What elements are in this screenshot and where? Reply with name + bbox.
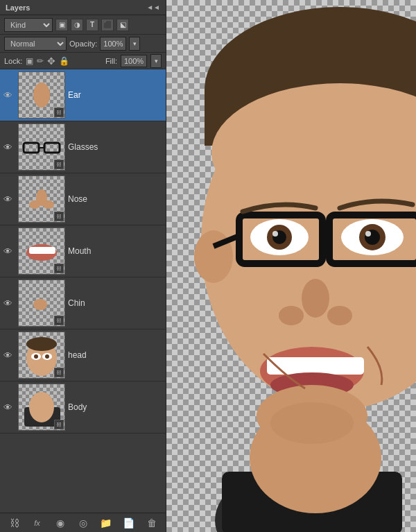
layer-link-icon-body: ⛓	[54, 420, 64, 429]
add-mask-button[interactable]: ◉	[52, 515, 69, 531]
svg-point-21	[45, 354, 49, 359]
lock-label: Lock:	[4, 57, 22, 65]
blend-mode-bar: Normal Opacity: ▾	[0, 35, 166, 53]
layer-name-ear: Ear	[68, 90, 166, 100]
layer-visibility-glasses[interactable]: 👁	[0, 121, 15, 173]
face-image	[166, 0, 416, 532]
lock-position-icon[interactable]: ✏	[37, 56, 44, 66]
fill-input[interactable]	[121, 55, 147, 67]
opacity-label: Opacity:	[69, 40, 97, 48]
svg-point-54	[272, 231, 278, 237]
layer-name-glasses: Glasses	[68, 142, 166, 152]
opacity-dropdown-arrow[interactable]: ▾	[129, 37, 140, 51]
layer-link-icon-mouth: ⛓	[54, 264, 64, 273]
shape-filter-icon[interactable]: ⬛	[101, 19, 114, 31]
layer-name-nose: Nose	[68, 194, 166, 204]
pixel-filter-icon[interactable]: ▣	[55, 19, 68, 31]
layer-item-head[interactable]: 👁 ⛓ head	[0, 329, 166, 381]
fill-label: Fill:	[105, 57, 117, 65]
layer-link-icon-nose: ⛓	[54, 212, 64, 221]
svg-rect-12	[29, 247, 55, 254]
canvas-area	[166, 0, 416, 532]
layer-name-mouth: Mouth	[68, 246, 166, 256]
panel-title: Layers	[6, 3, 30, 12]
lock-all-icon[interactable]: 🔒	[59, 56, 69, 66]
delete-layer-button[interactable]: 🗑	[144, 515, 160, 531]
svg-point-17	[26, 337, 57, 351]
type-filter-icon[interactable]: T	[86, 19, 98, 31]
layer-link-icon-glasses: ⛓	[54, 160, 64, 169]
layer-item-body[interactable]: 👁 ⛓ Body	[0, 381, 166, 434]
layer-name-head: head	[68, 350, 166, 360]
lock-pixels-icon[interactable]: ▣	[26, 56, 33, 66]
layer-thumbnail-chin: ⛓	[18, 280, 65, 327]
panel-collapse-arrows[interactable]: ◄◄	[146, 3, 160, 11]
opacity-input[interactable]	[100, 37, 126, 51]
svg-point-40	[302, 279, 329, 318]
layer-link-icon-ear: ⛓	[54, 108, 64, 117]
svg-point-14	[33, 299, 47, 310]
layer-thumbnail-body: ⛓	[18, 384, 65, 431]
layer-visibility-chin[interactable]: 👁	[0, 277, 15, 329]
svg-point-9	[43, 200, 54, 209]
new-layer-button[interactable]: 📄	[121, 515, 137, 531]
layer-visibility-mouth[interactable]: 👁	[0, 225, 15, 277]
adjustment-filter-icon[interactable]: ◑	[71, 19, 83, 31]
fx-button[interactable]: fx	[29, 515, 46, 531]
kind-select[interactable]: Kind	[4, 18, 53, 32]
layer-item-glasses[interactable]: 👁 ⛓ Glasses	[0, 121, 166, 173]
svg-point-47	[270, 402, 354, 444]
layer-link-icon-chin: ⛓	[54, 316, 64, 325]
svg-point-55	[365, 231, 371, 237]
layer-thumbnail-head: ⛓	[18, 332, 65, 379]
layer-item-nose[interactable]: 👁 ⛓ Nose	[0, 173, 166, 225]
svg-rect-3	[24, 143, 39, 153]
layer-thumbnail-glasses: ⛓	[18, 123, 65, 171]
layer-link-icon-head: ⛓	[54, 368, 64, 377]
face-svg	[166, 0, 416, 532]
layer-visibility-ear[interactable]: 👁	[0, 69, 15, 121]
layers-list: 👁 ⛓ Ear 👁 ⛓	[0, 69, 166, 513]
layer-name-chin: Chin	[68, 298, 166, 308]
layer-name-body: Body	[68, 402, 166, 412]
link-layers-button[interactable]: ⛓	[6, 515, 23, 531]
svg-point-8	[29, 200, 40, 209]
layer-thumbnail-nose: ⛓	[18, 175, 65, 223]
lock-bar: Lock: ▣ ✏ ✥ 🔒 Fill: ▾	[0, 53, 166, 69]
blend-mode-select[interactable]: Normal	[4, 37, 67, 51]
add-adjustment-button[interactable]: ◎	[75, 515, 92, 531]
layers-panel: Layers ◄◄ Kind ▣ ◑ T ⬛ ⬕ Normal Opacity:…	[0, 0, 166, 532]
svg-point-19	[34, 354, 38, 359]
layer-thumbnail-mouth: ⛓	[18, 228, 65, 275]
layer-item-chin[interactable]: 👁 ⛓ Chin	[0, 277, 166, 329]
svg-point-24	[29, 392, 54, 422]
svg-point-1	[33, 83, 50, 108]
layer-item-ear[interactable]: 👁 ⛓ Ear	[0, 69, 166, 121]
new-group-button[interactable]: 📁	[98, 515, 114, 531]
layer-visibility-nose[interactable]: 👁	[0, 173, 15, 225]
lock-move-icon[interactable]: ✥	[47, 55, 55, 67]
layer-thumbnail-ear: ⛓	[18, 71, 65, 119]
panel-header: Layers ◄◄	[0, 0, 166, 15]
panel-footer: ⛓ fx ◉ ◎ 📁 📄 🗑	[0, 513, 166, 532]
svg-point-41	[279, 306, 304, 325]
layer-visibility-head[interactable]: 👁	[0, 329, 15, 381]
kind-bar: Kind ▣ ◑ T ⬛ ⬕	[0, 15, 166, 35]
svg-point-42	[327, 306, 352, 325]
layer-item-mouth[interactable]: 👁 ⛓ Mouth	[0, 225, 166, 277]
smart-filter-icon[interactable]: ⬕	[116, 19, 129, 31]
svg-rect-4	[44, 143, 60, 153]
layer-visibility-body[interactable]: 👁	[0, 381, 15, 433]
fill-dropdown-arrow[interactable]: ▾	[150, 54, 162, 68]
